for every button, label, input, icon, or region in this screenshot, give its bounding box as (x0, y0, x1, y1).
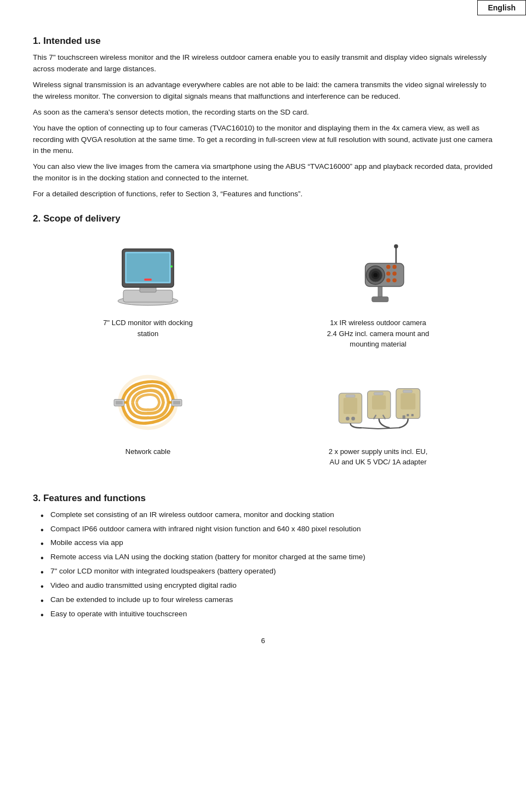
svg-point-20 (392, 271, 397, 276)
section-intended-use: 1. Intended use This 7" touchscreen wire… (33, 36, 493, 200)
svg-point-17 (386, 265, 391, 269)
svg-rect-27 (173, 401, 180, 405)
power-caption: 2 x power supply units incl. EU, AU and … (329, 446, 428, 468)
delivery-grid: 7" LCD monitor with docking station (33, 230, 493, 476)
power-illustration (334, 364, 422, 441)
camera-caption: 1x IR wireless outdoor camera 2.4 GHz in… (327, 317, 429, 350)
svg-rect-6 (144, 279, 152, 281)
feature-item: Mobile access via app (38, 537, 493, 549)
svg-rect-5 (127, 253, 169, 282)
section1-para4: You have the option of connecting up to … (33, 123, 493, 157)
svg-point-30 (346, 417, 350, 421)
svg-point-16 (374, 273, 378, 277)
svg-line-44 (362, 428, 378, 429)
svg-point-7 (170, 265, 173, 268)
svg-rect-32 (346, 394, 355, 397)
monitor-caption: 7" LCD monitor with docking station (103, 317, 193, 339)
section1-para1: This 7" touchscreen wireless monitor and… (33, 52, 493, 75)
section1-para3: As soon as the camera's sensor detects m… (33, 107, 493, 118)
svg-rect-39 (401, 393, 415, 409)
feature-item: Complete set consisting of an IR wireles… (38, 509, 493, 521)
cable-caption: Network cable (125, 446, 170, 457)
feature-item: 7" color LCD monitor with integrated lou… (38, 566, 493, 577)
features-list: Complete set consisting of an IR wireles… (33, 509, 493, 620)
svg-line-45 (378, 428, 399, 429)
svg-point-19 (386, 271, 391, 276)
delivery-item-camera: 1x IR wireless outdoor camera 2.4 GHz in… (263, 230, 493, 359)
monitor-illustration (104, 235, 192, 312)
feature-item: Easy to operate with intuitive touchscre… (38, 609, 493, 620)
page-container: English 1. Intended use This 7" touchscr… (0, 0, 526, 812)
feature-item: Video and audio transmitted using encryp… (38, 580, 493, 592)
section3-title: 3. Features and functions (33, 493, 493, 504)
svg-point-9 (394, 245, 398, 249)
section3-heading: Features and functions (43, 493, 146, 503)
section3-number: 3. (33, 493, 41, 503)
cable-illustration (104, 364, 192, 441)
delivery-item-cable: Network cable (33, 359, 263, 476)
svg-rect-25 (116, 401, 123, 405)
feature-item: Can be extended to include up to four wi… (38, 594, 493, 606)
svg-rect-34 (372, 395, 386, 409)
svg-rect-41 (407, 414, 409, 416)
section1-heading: Intended use (43, 36, 101, 46)
section1-title: 1. Intended use (33, 36, 493, 47)
delivery-item-monitor: 7" LCD monitor with docking station (33, 230, 263, 359)
section2-heading: Scope of delivery (43, 213, 121, 224)
feature-item: Compact IP66 outdoor camera with infrare… (38, 524, 493, 535)
svg-point-31 (351, 417, 355, 421)
language-badge: English (477, 0, 526, 15)
feature-item: Remote access via LAN using the docking … (38, 552, 493, 563)
svg-rect-29 (344, 398, 357, 413)
svg-rect-43 (403, 390, 412, 393)
svg-rect-42 (411, 414, 414, 416)
section2-title: 2. Scope of delivery (33, 213, 493, 224)
svg-point-21 (386, 279, 391, 283)
section1-para6: For a detailed description of functions,… (33, 189, 493, 200)
section1-para2: Wireless signal transmission is an advan… (33, 80, 493, 103)
section-features-functions: 3. Features and functions Complete set c… (33, 493, 493, 620)
camera-illustration (334, 235, 422, 312)
section-scope-delivery: 2. Scope of delivery (33, 213, 493, 476)
svg-rect-40 (403, 415, 405, 419)
section2-number: 2. (33, 213, 41, 224)
section1-number: 1. (33, 36, 41, 46)
svg-point-22 (392, 279, 397, 283)
delivery-item-power: 2 x power supply units incl. EU, AU and … (263, 359, 493, 476)
section1-para5: You can also view the live images from t… (33, 161, 493, 184)
svg-rect-11 (372, 297, 388, 302)
page-number: 6 (33, 637, 493, 645)
svg-point-18 (392, 265, 397, 269)
svg-rect-37 (374, 392, 383, 395)
